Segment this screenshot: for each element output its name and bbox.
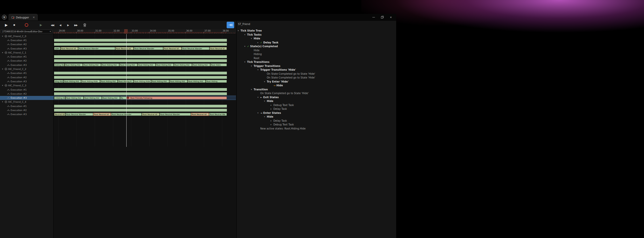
state-segment[interactable]: Root Hiding Hid: [65, 63, 83, 66]
state-segment[interactable]: Hiding Hid: [54, 63, 65, 66]
execution-row[interactable]: Execution #3: [0, 46, 60, 50]
state-tree-row[interactable]: ▾Try Enter 'Hide': [264, 80, 289, 84]
skip-forward-button[interactable]: ▶▶: [73, 22, 79, 28]
state-tree-row[interactable]: On State Completed go to State 'Hide': [264, 76, 315, 80]
tab-close-icon[interactable]: ×: [33, 16, 35, 19]
playhead-line[interactable]: [126, 34, 127, 147]
expander-icon[interactable]: ▾: [244, 34, 247, 36]
state-segment[interactable]: Root Hiding Hid: [101, 63, 119, 66]
activity-bar[interactable]: [54, 55, 227, 58]
expander-icon[interactable]: ▾: [264, 81, 267, 83]
state-segment[interactable]: Root Hiding Hid: [169, 80, 187, 83]
state-segment[interactable]: Root Hiding Hid: [63, 80, 81, 83]
expander-icon[interactable]: ▾: [257, 112, 260, 114]
execution-row[interactable]: Execution #3: [0, 79, 60, 83]
state-segment[interactable]: Root Neutral Wa: [209, 113, 227, 116]
state-segment[interactable]: Root Hiding Hid: [102, 96, 120, 99]
play-button[interactable]: ▶: [4, 22, 9, 28]
state-segment[interactable]: Root Hiding Hid: [174, 63, 192, 66]
resume-button[interactable]: ▶: [38, 22, 44, 28]
state-segment[interactable]: Root Hiding Hid: [84, 96, 102, 99]
timeline-ruler[interactable]: 29.0030.0031.0032.0033.0034.0035.0036.00…: [53, 29, 236, 34]
state-segment[interactable]: Root Neutral Idl: [142, 113, 159, 116]
execution-row[interactable]: Execution #2: [0, 92, 60, 96]
state-tree-row[interactable]: On State Completed go to State 'Hide': [257, 91, 309, 95]
state-segment[interactable]: Root Neutral Idl: [191, 113, 209, 116]
state-tree-row[interactable]: ▾Trigger Transitions: [251, 64, 280, 68]
state-segment[interactable]: Root Hiding Hid: [65, 96, 84, 99]
execution-row[interactable]: Execution #1: [0, 104, 60, 108]
activity-bar[interactable]: [54, 59, 227, 62]
state-segment[interactable]: Root Neutral Id: [209, 47, 227, 50]
state-segment[interactable]: t Hiding Hid: [54, 96, 65, 99]
state-segment[interactable]: Root Hiding Hid: [187, 80, 206, 83]
execution-row[interactable]: Execution #2: [0, 108, 60, 112]
expander-icon[interactable]: ▾: [2, 84, 5, 87]
activity-bar[interactable]: [54, 92, 227, 95]
execution-row[interactable]: Execution #2: [0, 59, 60, 63]
state-segment[interactable]: Neutral Idl: [54, 113, 65, 116]
state-segment[interactable]: Root Hiding Hid: [137, 63, 156, 66]
state-tree-row[interactable]: Root: [251, 56, 259, 60]
state-tree-row[interactable]: ▸✓Delay Task: [257, 41, 278, 45]
execution-row[interactable]: Execution #1: [0, 55, 60, 59]
expander-icon[interactable]: ▾: [264, 100, 267, 102]
execution-row[interactable]: Execution #3: [0, 112, 60, 116]
state-tree-row[interactable]: Hide: [251, 48, 259, 52]
expander-icon[interactable]: ▾: [251, 37, 254, 40]
activity-bar[interactable]: [54, 43, 227, 46]
expander-icon[interactable]: ▾: [244, 61, 247, 63]
state-tree-row[interactable]: ▾Hide: [251, 37, 260, 41]
state-segment[interactable]: Root Neutral Wander: [159, 113, 191, 116]
state-tree-row[interactable]: ▾→Enter States: [257, 111, 281, 115]
state-tree-row[interactable]: ▸Debug Text Task: [271, 103, 294, 107]
expander-icon[interactable]: ▾: [251, 88, 254, 91]
state-tree-row[interactable]: ▸Debug Text Task: [271, 123, 294, 127]
state-tree-row[interactable]: Hiding: [251, 52, 262, 56]
execution-row[interactable]: Execution #3: [0, 63, 60, 67]
state-tree-row[interactable]: →Hide: [271, 84, 283, 88]
state-segment[interactable]: Root Neutral Wander: [65, 113, 93, 116]
instance-row[interactable]: ▾AIC_Friend_C_0: [0, 34, 53, 38]
expander-icon[interactable]: ▾: [257, 69, 260, 71]
state-segment[interactable]: Root Hiding Hid: [100, 80, 118, 83]
state-tree-row[interactable]: ▾Tick State Tree: [238, 29, 262, 33]
state-segment[interactable]: Root Hiding Hide: [133, 80, 151, 83]
jump-to-latest-button[interactable]: [227, 22, 234, 28]
state-segment[interactable]: Root Neutral Wander: [182, 47, 209, 50]
state-segment[interactable]: Root Neutral Idl: [115, 47, 134, 50]
expander-icon[interactable]: ▸: [257, 41, 260, 44]
stop-button[interactable]: ■: [11, 22, 17, 28]
state-segment[interactable]: Root Neutral Wander: [78, 47, 115, 50]
expander-icon[interactable]: ▾: [2, 51, 5, 54]
state-tree-row[interactable]: ▾✓State(s) Completed: [244, 44, 278, 48]
state-segment[interactable]: nder: [54, 47, 60, 50]
expander-icon[interactable]: ▾: [257, 96, 260, 98]
instance-row[interactable]: ▾AIC_Friend_C_1: [0, 50, 53, 55]
state-tree-row[interactable]: ▾Hide: [264, 115, 273, 119]
tab-debugger[interactable]: Debugger ×: [9, 14, 38, 20]
state-tree-row[interactable]: New active states: Root.Hiding.Hide: [257, 127, 306, 131]
record-button[interactable]: [24, 22, 29, 28]
state-segment[interactable]: Root Neutral Idl: [163, 47, 182, 50]
state-segment[interactable]: Root Hiding: [206, 80, 227, 83]
step-forward-button[interactable]: ▶: [65, 22, 71, 28]
activity-bar[interactable]: [54, 76, 227, 79]
expander-icon[interactable]: ▾: [264, 116, 267, 118]
state-segment[interactable]: Root Hiding Hid: [119, 63, 137, 66]
execution-row[interactable]: Execution #2: [0, 42, 60, 46]
clear-button[interactable]: [82, 22, 87, 28]
state-tree-row[interactable]: ▸Delay Task: [271, 107, 287, 111]
state-segment[interactable]: Root Hiding Hid: [151, 80, 169, 83]
restore-button[interactable]: [378, 14, 387, 20]
expander-icon[interactable]: ▾: [244, 45, 247, 47]
activity-bar[interactable]: [54, 105, 227, 108]
expander-icon[interactable]: ▾: [251, 65, 254, 67]
state-tree-row[interactable]: ▾Hide: [264, 99, 273, 103]
activity-bar[interactable]: [54, 72, 227, 74]
state-segment[interactable]: Root Hiding Hid: [83, 63, 101, 66]
expander-icon[interactable]: ▸: [271, 123, 273, 126]
state-segment[interactable]: Ro: [120, 96, 127, 99]
state-segment[interactable]: Root Friendly Following: [127, 96, 227, 99]
execution-row[interactable]: Execution #1: [0, 71, 60, 75]
